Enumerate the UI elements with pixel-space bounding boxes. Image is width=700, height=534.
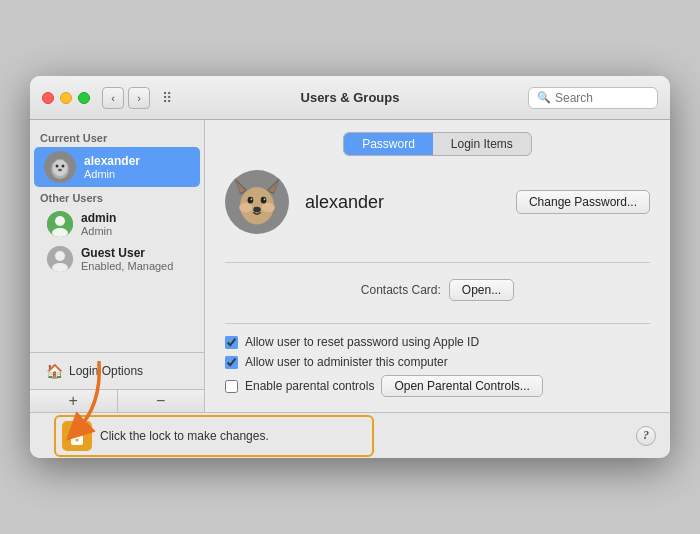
house-icon: 🏠 <box>46 363 63 379</box>
parental-controls-checkbox[interactable] <box>225 380 238 393</box>
svg-point-20 <box>262 203 275 212</box>
admin-user-info: admin Admin <box>81 211 190 237</box>
lock-icon-box[interactable] <box>62 421 92 451</box>
svg-point-28 <box>76 438 79 441</box>
nav-buttons: ‹ › <box>102 87 150 109</box>
guest-user-info: Guest User Enabled, Managed <box>81 246 190 272</box>
other-users-label: Other Users <box>30 188 204 206</box>
administer-label: Allow user to administer this computer <box>245 355 448 369</box>
admin-user-name: admin <box>81 211 190 225</box>
main-user-name: alexander <box>305 192 384 213</box>
grid-button[interactable]: ⠿ <box>156 87 178 109</box>
reset-password-label: Allow user to reset password using Apple… <box>245 335 479 349</box>
bottom-bar: Click the lock to make changes. ? <box>30 412 670 458</box>
checkbox-row-1: Allow user to reset password using Apple… <box>225 332 650 352</box>
sidebar-inner: Current User <box>30 120 204 352</box>
search-bar[interactable]: 🔍 <box>528 87 658 109</box>
help-button[interactable]: ? <box>636 426 656 446</box>
forward-button[interactable]: › <box>128 87 150 109</box>
svg-point-3 <box>53 160 67 176</box>
contacts-row: Contacts Card: Open... <box>225 279 650 301</box>
open-contacts-button[interactable]: Open... <box>449 279 514 301</box>
minimize-button[interactable] <box>60 92 72 104</box>
parental-controls-label: Enable parental controls <box>245 379 374 393</box>
lock-text: Click the lock to make changes. <box>100 429 269 443</box>
login-options-label: Login Options <box>69 364 143 378</box>
tabs-row: Password Login Items <box>225 132 650 156</box>
tab-group: Password Login Items <box>343 132 532 156</box>
svg-point-22 <box>261 197 267 204</box>
open-parental-controls-button[interactable]: Open Parental Controls... <box>381 375 542 397</box>
tab-password[interactable]: Password <box>344 133 433 155</box>
other-user-row-admin[interactable]: admin Admin <box>34 207 200 241</box>
svg-point-8 <box>55 216 65 226</box>
svg-point-11 <box>55 251 65 261</box>
close-button[interactable] <box>42 92 54 104</box>
current-user-role: Admin <box>84 168 190 180</box>
svg-point-6 <box>58 169 62 171</box>
user-detail-row: alexander Change Password... <box>225 170 650 234</box>
content-area: Current User <box>30 120 670 412</box>
guest-user-role: Enabled, Managed <box>81 260 190 272</box>
add-user-button[interactable]: + <box>30 390 118 412</box>
login-options-row[interactable]: 🏠 Login Options <box>40 359 194 383</box>
traffic-lights <box>42 92 90 104</box>
separator-1 <box>225 262 650 263</box>
search-input[interactable] <box>555 91 649 105</box>
maximize-button[interactable] <box>78 92 90 104</box>
sidebar-actions: + − <box>30 389 204 412</box>
change-password-button[interactable]: Change Password... <box>516 190 650 214</box>
admin-user-role: Admin <box>81 225 190 237</box>
svg-point-23 <box>250 198 252 200</box>
administer-checkbox[interactable] <box>225 356 238 369</box>
svg-point-5 <box>62 165 65 168</box>
parental-row: Enable parental controls Open Parental C… <box>225 372 650 400</box>
svg-point-4 <box>56 165 59 168</box>
current-user-label: Current User <box>30 128 204 146</box>
other-user-row-guest[interactable]: Guest User Enabled, Managed <box>34 242 200 276</box>
window-title: Users & Groups <box>301 90 400 105</box>
app-window: ‹ › ⠿ Users & Groups 🔍 Current User <box>30 76 670 458</box>
guest-user-avatar <box>47 246 73 272</box>
contacts-card-label: Contacts Card: <box>361 283 441 297</box>
checkbox-row-2: Allow user to administer this computer <box>225 352 650 372</box>
current-user-avatar <box>44 151 76 183</box>
current-user-name: alexander <box>84 154 190 168</box>
svg-point-24 <box>264 198 266 200</box>
main-user-avatar <box>225 170 289 234</box>
main-panel: Password Login Items <box>205 120 670 412</box>
remove-user-button[interactable]: − <box>118 390 205 412</box>
back-button[interactable]: ‹ <box>102 87 124 109</box>
current-user-row[interactable]: alexander Admin <box>34 147 200 187</box>
svg-point-25 <box>253 207 261 213</box>
lock-border-highlight: Click the lock to make changes. <box>54 415 374 457</box>
svg-point-19 <box>239 203 252 212</box>
svg-point-21 <box>248 197 254 204</box>
titlebar: ‹ › ⠿ Users & Groups 🔍 <box>30 76 670 120</box>
guest-user-name: Guest User <box>81 246 190 260</box>
separator-2 <box>225 323 650 324</box>
admin-user-avatar <box>47 211 73 237</box>
search-icon: 🔍 <box>537 91 551 104</box>
reset-password-checkbox[interactable] <box>225 336 238 349</box>
sidebar-bottom: 🏠 Login Options <box>30 352 204 389</box>
sidebar: Current User <box>30 120 205 412</box>
current-user-info: alexander Admin <box>84 154 190 180</box>
tab-login-items[interactable]: Login Items <box>433 133 531 155</box>
